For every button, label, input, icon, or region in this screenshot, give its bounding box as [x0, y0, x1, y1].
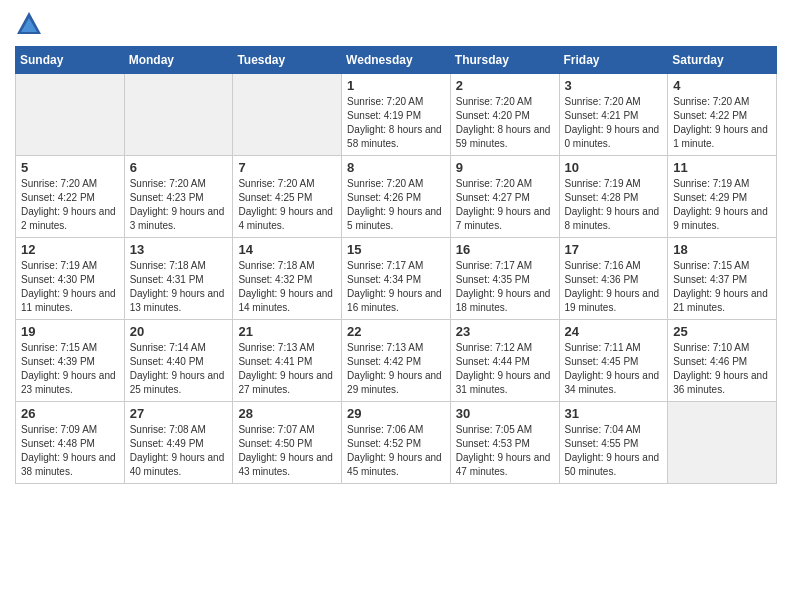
- day-number: 16: [456, 242, 554, 257]
- calendar-cell: 14Sunrise: 7:18 AM Sunset: 4:32 PM Dayli…: [233, 238, 342, 320]
- day-number: 5: [21, 160, 119, 175]
- calendar-cell: 23Sunrise: 7:12 AM Sunset: 4:44 PM Dayli…: [450, 320, 559, 402]
- weekday-header-thursday: Thursday: [450, 47, 559, 74]
- calendar-cell: 25Sunrise: 7:10 AM Sunset: 4:46 PM Dayli…: [668, 320, 777, 402]
- day-number: 10: [565, 160, 663, 175]
- calendar-cell: 27Sunrise: 7:08 AM Sunset: 4:49 PM Dayli…: [124, 402, 233, 484]
- cell-content: Sunrise: 7:20 AM Sunset: 4:22 PM Dayligh…: [21, 177, 119, 233]
- calendar-cell: [233, 74, 342, 156]
- cell-content: Sunrise: 7:15 AM Sunset: 4:37 PM Dayligh…: [673, 259, 771, 315]
- day-number: 22: [347, 324, 445, 339]
- logo-icon: [15, 10, 43, 38]
- cell-content: Sunrise: 7:17 AM Sunset: 4:35 PM Dayligh…: [456, 259, 554, 315]
- cell-content: Sunrise: 7:19 AM Sunset: 4:28 PM Dayligh…: [565, 177, 663, 233]
- calendar-cell: 21Sunrise: 7:13 AM Sunset: 4:41 PM Dayli…: [233, 320, 342, 402]
- day-number: 12: [21, 242, 119, 257]
- day-number: 23: [456, 324, 554, 339]
- header: [15, 10, 777, 38]
- day-number: 20: [130, 324, 228, 339]
- weekday-header-row: SundayMondayTuesdayWednesdayThursdayFrid…: [16, 47, 777, 74]
- day-number: 14: [238, 242, 336, 257]
- calendar-cell: 7Sunrise: 7:20 AM Sunset: 4:25 PM Daylig…: [233, 156, 342, 238]
- calendar-cell: 3Sunrise: 7:20 AM Sunset: 4:21 PM Daylig…: [559, 74, 668, 156]
- day-number: 9: [456, 160, 554, 175]
- cell-content: Sunrise: 7:16 AM Sunset: 4:36 PM Dayligh…: [565, 259, 663, 315]
- calendar-cell: 18Sunrise: 7:15 AM Sunset: 4:37 PM Dayli…: [668, 238, 777, 320]
- cell-content: Sunrise: 7:19 AM Sunset: 4:29 PM Dayligh…: [673, 177, 771, 233]
- calendar-cell: 1Sunrise: 7:20 AM Sunset: 4:19 PM Daylig…: [342, 74, 451, 156]
- cell-content: Sunrise: 7:07 AM Sunset: 4:50 PM Dayligh…: [238, 423, 336, 479]
- calendar-cell: 10Sunrise: 7:19 AM Sunset: 4:28 PM Dayli…: [559, 156, 668, 238]
- cell-content: Sunrise: 7:17 AM Sunset: 4:34 PM Dayligh…: [347, 259, 445, 315]
- day-number: 28: [238, 406, 336, 421]
- day-number: 31: [565, 406, 663, 421]
- calendar-cell: 29Sunrise: 7:06 AM Sunset: 4:52 PM Dayli…: [342, 402, 451, 484]
- day-number: 25: [673, 324, 771, 339]
- cell-content: Sunrise: 7:18 AM Sunset: 4:32 PM Dayligh…: [238, 259, 336, 315]
- calendar-cell: 4Sunrise: 7:20 AM Sunset: 4:22 PM Daylig…: [668, 74, 777, 156]
- cell-content: Sunrise: 7:20 AM Sunset: 4:23 PM Dayligh…: [130, 177, 228, 233]
- calendar-cell: 5Sunrise: 7:20 AM Sunset: 4:22 PM Daylig…: [16, 156, 125, 238]
- calendar-cell: 13Sunrise: 7:18 AM Sunset: 4:31 PM Dayli…: [124, 238, 233, 320]
- calendar-cell: 31Sunrise: 7:04 AM Sunset: 4:55 PM Dayli…: [559, 402, 668, 484]
- weekday-header-sunday: Sunday: [16, 47, 125, 74]
- cell-content: Sunrise: 7:08 AM Sunset: 4:49 PM Dayligh…: [130, 423, 228, 479]
- calendar-cell: [124, 74, 233, 156]
- cell-content: Sunrise: 7:10 AM Sunset: 4:46 PM Dayligh…: [673, 341, 771, 397]
- day-number: 11: [673, 160, 771, 175]
- weekday-header-saturday: Saturday: [668, 47, 777, 74]
- cell-content: Sunrise: 7:14 AM Sunset: 4:40 PM Dayligh…: [130, 341, 228, 397]
- calendar-cell: 28Sunrise: 7:07 AM Sunset: 4:50 PM Dayli…: [233, 402, 342, 484]
- logo: [15, 10, 47, 38]
- calendar-cell: 26Sunrise: 7:09 AM Sunset: 4:48 PM Dayli…: [16, 402, 125, 484]
- calendar-cell: 17Sunrise: 7:16 AM Sunset: 4:36 PM Dayli…: [559, 238, 668, 320]
- day-number: 26: [21, 406, 119, 421]
- weekday-header-tuesday: Tuesday: [233, 47, 342, 74]
- weekday-header-monday: Monday: [124, 47, 233, 74]
- weekday-header-friday: Friday: [559, 47, 668, 74]
- day-number: 4: [673, 78, 771, 93]
- cell-content: Sunrise: 7:20 AM Sunset: 4:25 PM Dayligh…: [238, 177, 336, 233]
- calendar-table: SundayMondayTuesdayWednesdayThursdayFrid…: [15, 46, 777, 484]
- cell-content: Sunrise: 7:18 AM Sunset: 4:31 PM Dayligh…: [130, 259, 228, 315]
- cell-content: Sunrise: 7:13 AM Sunset: 4:41 PM Dayligh…: [238, 341, 336, 397]
- cell-content: Sunrise: 7:20 AM Sunset: 4:27 PM Dayligh…: [456, 177, 554, 233]
- day-number: 13: [130, 242, 228, 257]
- day-number: 3: [565, 78, 663, 93]
- cell-content: Sunrise: 7:19 AM Sunset: 4:30 PM Dayligh…: [21, 259, 119, 315]
- page: SundayMondayTuesdayWednesdayThursdayFrid…: [0, 0, 792, 494]
- calendar-cell: 19Sunrise: 7:15 AM Sunset: 4:39 PM Dayli…: [16, 320, 125, 402]
- calendar-cell: [668, 402, 777, 484]
- calendar-cell: [16, 74, 125, 156]
- cell-content: Sunrise: 7:20 AM Sunset: 4:26 PM Dayligh…: [347, 177, 445, 233]
- day-number: 17: [565, 242, 663, 257]
- cell-content: Sunrise: 7:05 AM Sunset: 4:53 PM Dayligh…: [456, 423, 554, 479]
- calendar-cell: 22Sunrise: 7:13 AM Sunset: 4:42 PM Dayli…: [342, 320, 451, 402]
- day-number: 15: [347, 242, 445, 257]
- cell-content: Sunrise: 7:20 AM Sunset: 4:20 PM Dayligh…: [456, 95, 554, 151]
- calendar-cell: 8Sunrise: 7:20 AM Sunset: 4:26 PM Daylig…: [342, 156, 451, 238]
- calendar-cell: 11Sunrise: 7:19 AM Sunset: 4:29 PM Dayli…: [668, 156, 777, 238]
- cell-content: Sunrise: 7:13 AM Sunset: 4:42 PM Dayligh…: [347, 341, 445, 397]
- cell-content: Sunrise: 7:04 AM Sunset: 4:55 PM Dayligh…: [565, 423, 663, 479]
- cell-content: Sunrise: 7:09 AM Sunset: 4:48 PM Dayligh…: [21, 423, 119, 479]
- calendar-cell: 16Sunrise: 7:17 AM Sunset: 4:35 PM Dayli…: [450, 238, 559, 320]
- day-number: 27: [130, 406, 228, 421]
- cell-content: Sunrise: 7:20 AM Sunset: 4:22 PM Dayligh…: [673, 95, 771, 151]
- day-number: 30: [456, 406, 554, 421]
- calendar-cell: 20Sunrise: 7:14 AM Sunset: 4:40 PM Dayli…: [124, 320, 233, 402]
- day-number: 29: [347, 406, 445, 421]
- week-row-3: 12Sunrise: 7:19 AM Sunset: 4:30 PM Dayli…: [16, 238, 777, 320]
- cell-content: Sunrise: 7:15 AM Sunset: 4:39 PM Dayligh…: [21, 341, 119, 397]
- cell-content: Sunrise: 7:11 AM Sunset: 4:45 PM Dayligh…: [565, 341, 663, 397]
- cell-content: Sunrise: 7:06 AM Sunset: 4:52 PM Dayligh…: [347, 423, 445, 479]
- calendar-cell: 12Sunrise: 7:19 AM Sunset: 4:30 PM Dayli…: [16, 238, 125, 320]
- calendar-cell: 24Sunrise: 7:11 AM Sunset: 4:45 PM Dayli…: [559, 320, 668, 402]
- cell-content: Sunrise: 7:20 AM Sunset: 4:19 PM Dayligh…: [347, 95, 445, 151]
- week-row-2: 5Sunrise: 7:20 AM Sunset: 4:22 PM Daylig…: [16, 156, 777, 238]
- day-number: 19: [21, 324, 119, 339]
- calendar-cell: 6Sunrise: 7:20 AM Sunset: 4:23 PM Daylig…: [124, 156, 233, 238]
- week-row-4: 19Sunrise: 7:15 AM Sunset: 4:39 PM Dayli…: [16, 320, 777, 402]
- cell-content: Sunrise: 7:20 AM Sunset: 4:21 PM Dayligh…: [565, 95, 663, 151]
- week-row-5: 26Sunrise: 7:09 AM Sunset: 4:48 PM Dayli…: [16, 402, 777, 484]
